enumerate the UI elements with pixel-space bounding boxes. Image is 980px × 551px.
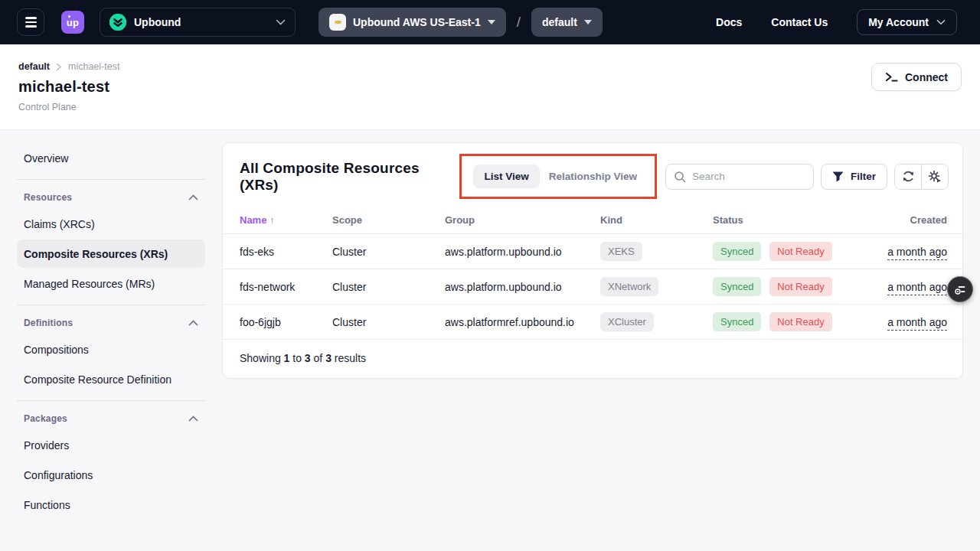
search-box (665, 164, 814, 190)
upbound-console: up Upbound Upbound AWS US-East-1 / defau… (0, 0, 980, 551)
list-view-tab[interactable]: List View (473, 165, 539, 188)
page-header: default michael-test michael-test Contro… (0, 44, 980, 130)
my-account-button[interactable]: My Account (857, 9, 957, 35)
cell-group: aws.platformref.upbound.io (445, 305, 600, 340)
refresh-button[interactable] (895, 165, 921, 189)
settings-run-button[interactable] (922, 165, 948, 189)
refresh-icon (902, 170, 915, 183)
results-from: 1 (284, 352, 290, 364)
changelog-icon (953, 282, 967, 296)
column-header-group[interactable]: Group (445, 208, 600, 234)
upbound-logo[interactable]: up (61, 11, 84, 34)
sidebar-item-functions[interactable]: Functions (17, 491, 205, 519)
red-annotation-box: List View Relationship View (459, 154, 657, 199)
sidebar-section-definitions: Definitions (17, 312, 205, 334)
column-header-kind[interactable]: Kind (600, 208, 713, 234)
status-badge-synced: Synced (713, 277, 761, 296)
sidebar-item-managed-resources[interactable]: Managed Resources (MRs) (17, 269, 205, 298)
sidebar-item-composite-resources[interactable]: Composite Resources (XRs) (17, 240, 205, 268)
table-header-row: Name ↑ Scope Group Kind Status Created (223, 208, 962, 234)
results-to: 3 (305, 352, 311, 364)
breadcrumb-chevron-icon (56, 63, 62, 71)
breadcrumb: default michael-test (18, 61, 119, 72)
docs-link[interactable]: Docs (716, 16, 742, 28)
column-header-scope[interactable]: Scope (332, 208, 445, 234)
status-badge-not-ready: Not Ready (769, 242, 831, 261)
contact-us-link[interactable]: Contact Us (771, 16, 828, 28)
section-label: Resources (24, 192, 72, 203)
column-header-created[interactable]: Created (854, 208, 962, 234)
organization-avatar-icon (109, 14, 126, 31)
caret-down-icon (584, 20, 592, 24)
kind-badge: XNetwork (600, 277, 658, 296)
kind-badge: XCluster (600, 312, 654, 331)
search-icon (674, 171, 686, 183)
sidebar-item-configurations[interactable]: Configurations (17, 461, 205, 489)
cell-group: aws.platform.upbound.io (445, 269, 600, 305)
composite-resources-table: Name ↑ Scope Group Kind Status Created f… (223, 208, 962, 340)
caret-down-icon (488, 20, 495, 24)
connect-button[interactable]: Connect (871, 63, 962, 91)
filter-funnel-icon (832, 171, 844, 182)
table-row[interactable]: fds-network Cluster aws.platform.upbound… (223, 269, 962, 305)
status-badge-synced: Synced (713, 242, 761, 261)
table-actions (894, 164, 949, 190)
column-header-status[interactable]: Status (713, 208, 854, 234)
sidebar-item-claims[interactable]: Claims (XRCs) (17, 210, 205, 238)
control-plane-icon (329, 14, 346, 31)
control-plane-name: Upbound AWS US-East-1 (353, 16, 481, 28)
cell-scope: Cluster (332, 305, 445, 340)
top-navbar: up Upbound Upbound AWS US-East-1 / defau… (0, 0, 980, 44)
results-total: 3 (325, 352, 332, 364)
filter-button[interactable]: Filter (821, 164, 887, 190)
kind-badge: XEKS (600, 242, 642, 261)
card-title: All Composite Resources (XRs) (240, 160, 459, 194)
table-row[interactable]: foo-6jgjb Cluster aws.platformref.upboun… (223, 305, 962, 340)
filter-label: Filter (851, 171, 876, 182)
created-timestamp[interactable]: a month ago (887, 281, 947, 295)
cell-scope: Cluster (332, 234, 445, 269)
sort-ascending-icon: ↑ (270, 214, 275, 226)
page-title: michael-test (18, 78, 109, 96)
logo-text: up (67, 17, 79, 28)
organization-name: Upbound (134, 16, 268, 28)
created-timestamp[interactable]: a month ago (887, 316, 947, 331)
sidebar-item-compositions[interactable]: Compositions (17, 335, 205, 364)
navbar-right: Docs Contact Us My Account (716, 9, 957, 35)
sidebar-section-packages: Packages (17, 408, 205, 429)
table-row[interactable]: fds-eks Cluster aws.platform.upbound.io … (223, 234, 962, 269)
group-selector[interactable]: default (531, 8, 603, 37)
sidebar-item-providers[interactable]: Providers (17, 431, 205, 459)
cell-group: aws.platform.upbound.io (445, 234, 600, 269)
sidebar-item-composite-resource-definition[interactable]: Composite Resource Definition (17, 365, 205, 393)
gear-play-icon (928, 170, 942, 184)
column-header-name[interactable]: Name ↑ (223, 208, 332, 234)
changelog-widget-button[interactable] (947, 276, 973, 302)
cell-name: foo-6jgjb (223, 305, 332, 340)
chevron-down-icon (276, 19, 286, 25)
relationship-view-tab[interactable]: Relationship View (543, 165, 643, 188)
hamburger-icon (25, 17, 37, 18)
sidebar-item-overview[interactable]: Overview (17, 144, 205, 172)
created-timestamp[interactable]: a month ago (887, 246, 947, 260)
logo-dot (68, 15, 70, 18)
chevron-up-icon[interactable] (188, 416, 198, 422)
breadcrumb-parent[interactable]: default (18, 61, 50, 72)
terminal-icon (885, 71, 898, 83)
chevron-up-icon[interactable] (188, 194, 198, 201)
chevron-up-icon[interactable] (188, 320, 198, 326)
search-input[interactable] (692, 171, 805, 182)
sidebar-divider (17, 400, 205, 401)
group-name: default (542, 16, 577, 28)
sidebar-divider (17, 305, 205, 305)
organization-selector[interactable]: Upbound (100, 8, 296, 37)
control-plane-selector[interactable]: Upbound AWS US-East-1 (318, 8, 506, 37)
status-badge-not-ready: Not Ready (769, 312, 831, 331)
connect-label: Connect (905, 71, 948, 83)
sidebar-nav: Overview Resources Claims (XRCs) Composi… (17, 142, 205, 520)
page-subtitle: Control Plane (18, 102, 77, 112)
section-label: Definitions (24, 318, 73, 328)
results-summary: Showing 1 to 3 of 3 results (223, 340, 962, 378)
sidebar-divider (17, 179, 205, 180)
hamburger-menu-button[interactable] (17, 8, 44, 36)
